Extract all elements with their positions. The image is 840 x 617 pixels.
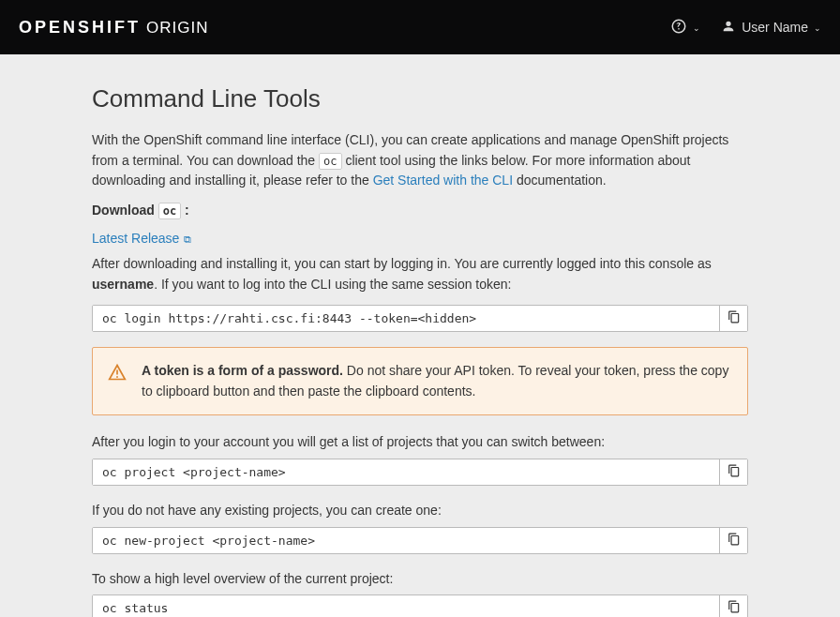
user-icon xyxy=(721,19,736,37)
oc-code: oc xyxy=(319,153,341,170)
new-project-command-input[interactable] xyxy=(93,528,719,553)
page-title: Command Line Tools xyxy=(92,84,748,113)
main-content: Command Line Tools With the OpenShift co… xyxy=(73,54,767,617)
login-intro: After downloading and installing it, you… xyxy=(92,254,748,294)
nav-right: ⌄ User Name ⌄ xyxy=(670,18,821,38)
chevron-down-icon: ⌄ xyxy=(814,23,821,33)
svg-rect-0 xyxy=(116,369,118,374)
token-warning-alert: A token is a form of a password. Do not … xyxy=(92,347,748,415)
project-command-input[interactable] xyxy=(93,459,719,485)
copy-project-button[interactable] xyxy=(719,459,747,485)
copy-icon xyxy=(728,310,741,326)
new-project-intro: If you do not have any existing projects… xyxy=(92,501,748,521)
navbar: OPENSHIFT ORIGIN ⌄ User Name ⌄ xyxy=(0,0,840,54)
download-heading: Download oc : xyxy=(92,201,748,221)
current-username: username xyxy=(92,277,154,292)
oc-code: oc xyxy=(158,203,181,219)
status-command-input[interactable] xyxy=(93,595,719,617)
brand-light: ORIGIN xyxy=(146,19,208,38)
status-command-row xyxy=(92,594,748,617)
intro-paragraph: With the OpenShift command line interfac… xyxy=(92,130,748,191)
latest-release-link[interactable]: Latest Release ⧉ xyxy=(92,231,191,246)
svg-rect-1 xyxy=(116,376,118,378)
copy-icon xyxy=(728,464,741,480)
project-command-row xyxy=(92,459,748,486)
get-started-cli-link[interactable]: Get Started with the CLI xyxy=(373,173,513,188)
help-menu[interactable]: ⌄ xyxy=(670,18,700,38)
user-name-label: User Name xyxy=(742,20,808,35)
copy-icon xyxy=(728,600,741,616)
login-command-input[interactable] xyxy=(93,306,719,331)
status-intro: To show a high level overview of the cur… xyxy=(92,569,748,590)
latest-release-row: Latest Release ⧉ xyxy=(92,229,748,249)
copy-login-button[interactable] xyxy=(719,306,747,331)
chevron-down-icon: ⌄ xyxy=(693,23,700,33)
new-project-command-row xyxy=(92,527,748,554)
user-menu[interactable]: User Name ⌄ xyxy=(721,19,821,37)
copy-icon xyxy=(728,533,741,549)
help-icon xyxy=(670,18,687,38)
copy-status-button[interactable] xyxy=(719,595,747,617)
warning-icon xyxy=(108,361,127,401)
warning-text: A token is a form of a password. Do not … xyxy=(142,361,732,401)
copy-new-project-button[interactable] xyxy=(719,528,747,553)
external-link-icon: ⧉ xyxy=(181,233,191,245)
login-command-row xyxy=(92,305,748,332)
brand-bold: OPENSHIFT xyxy=(19,18,141,38)
projects-intro: After you login to your account you will… xyxy=(92,432,748,453)
brand-logo[interactable]: OPENSHIFT ORIGIN xyxy=(19,18,208,38)
